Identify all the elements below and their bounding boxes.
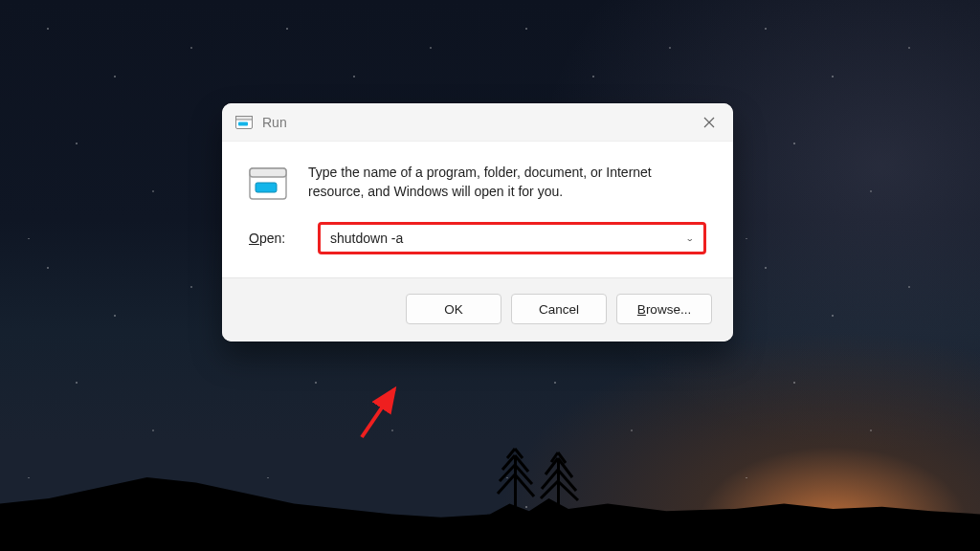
ok-button[interactable]: OK — [406, 294, 501, 324]
svg-rect-1 — [236, 116, 253, 120]
close-button[interactable] — [687, 103, 731, 142]
open-combobox[interactable]: ⌄ — [318, 222, 706, 254]
dialog-body: Type the name of a program, folder, docu… — [222, 142, 733, 277]
chevron-down-icon: ⌄ — [685, 233, 694, 242]
close-icon — [703, 117, 715, 128]
cancel-button[interactable]: Cancel — [511, 294, 607, 324]
dialog-title: Run — [262, 115, 687, 130]
run-large-icon — [249, 165, 287, 203]
titlebar[interactable]: Run — [222, 103, 733, 142]
browse-button[interactable]: Browse... — [616, 294, 712, 324]
svg-rect-4 — [250, 168, 286, 177]
open-label: Open: — [249, 231, 301, 246]
run-dialog: Run Type the name of a program, folder, … — [222, 103, 733, 342]
open-input[interactable] — [330, 231, 685, 246]
dialog-footer: OK Cancel Browse... — [222, 277, 733, 342]
svg-rect-2 — [238, 121, 248, 125]
dialog-description: Type the name of a program, folder, docu… — [308, 163, 706, 202]
svg-rect-5 — [256, 183, 277, 192]
run-icon — [235, 116, 253, 129]
